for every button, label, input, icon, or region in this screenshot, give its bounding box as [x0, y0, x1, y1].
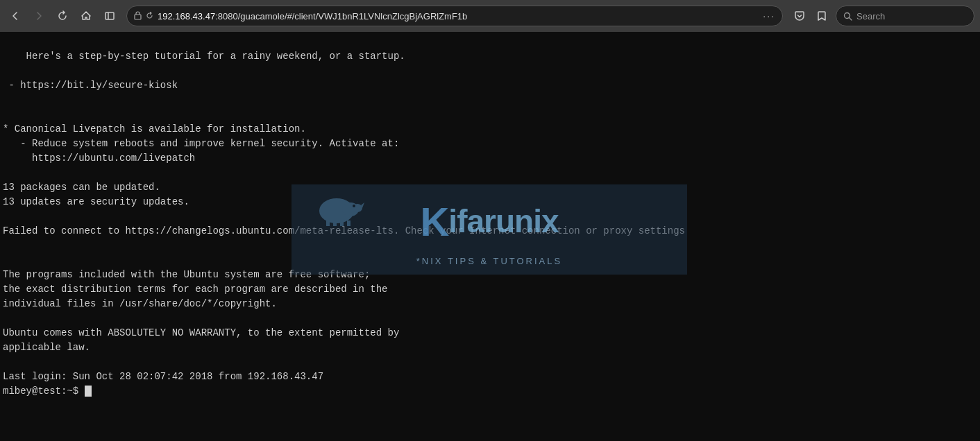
browser-toolbar: 192.168.43.47:8080/guacamole/#/client/VW… — [0, 0, 980, 32]
search-placeholder: Search — [856, 11, 885, 21]
security-icon — [134, 11, 142, 21]
bookmark-button[interactable] — [812, 6, 831, 26]
back-button[interactable] — [6, 6, 25, 26]
pocket-button[interactable] — [790, 6, 809, 26]
terminal-content: Here's a step-by-step tutorial for a rai… — [0, 35, 980, 413]
prompt-line[interactable]: mibey@test:~$ — [3, 386, 92, 397]
terminal-window[interactable]: Here's a step-by-step tutorial for a rai… — [0, 32, 980, 441]
svg-rect-0 — [105, 12, 114, 19]
address-bar[interactable]: 192.168.43.47:8080/guacamole/#/client/VW… — [126, 6, 783, 26]
forward-button[interactable] — [29, 6, 49, 26]
more-options-button[interactable]: ··· — [763, 10, 775, 21]
search-icon — [843, 12, 852, 21]
sidebar-button[interactable] — [100, 6, 119, 26]
toolbar-actions — [790, 6, 831, 26]
svg-rect-2 — [135, 15, 141, 19]
url-display: 192.168.43.47:8080/guacamole/#/client/VW… — [158, 11, 759, 21]
home-button[interactable] — [76, 6, 96, 26]
reload-small-icon — [146, 12, 153, 21]
reload-button[interactable] — [53, 6, 72, 26]
svg-line-4 — [850, 17, 852, 20]
cursor — [85, 386, 92, 397]
search-bar[interactable]: Search — [836, 6, 974, 26]
